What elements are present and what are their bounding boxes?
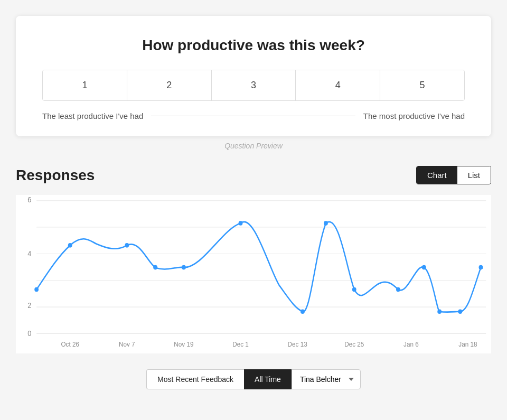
svg-point-18 bbox=[34, 287, 39, 292]
svg-text:Oct 26: Oct 26 bbox=[61, 341, 79, 349]
svg-point-23 bbox=[239, 221, 243, 226]
svg-text:Nov 19: Nov 19 bbox=[174, 341, 193, 349]
svg-text:Dec 1: Dec 1 bbox=[232, 341, 249, 349]
chart-area: 6 4 2 0 Oct 26 Nov 7 Nov 19 Dec 1 Dec 13… bbox=[16, 195, 491, 353]
svg-point-26 bbox=[352, 287, 356, 292]
svg-text:Nov 7: Nov 7 bbox=[119, 341, 135, 349]
svg-point-20 bbox=[125, 243, 129, 248]
scale-btn-3[interactable]: 3 bbox=[212, 70, 296, 100]
most-recent-feedback-button[interactable]: Most Recent Feedback bbox=[146, 369, 244, 389]
scale-btn-5[interactable]: 5 bbox=[380, 70, 464, 100]
list-view-button[interactable]: List bbox=[457, 166, 491, 184]
bottom-controls: Most Recent Feedback All Time Tina Belch… bbox=[146, 369, 361, 389]
scale-buttons: 1 2 3 4 5 bbox=[42, 70, 465, 101]
svg-text:0: 0 bbox=[27, 329, 31, 338]
svg-point-21 bbox=[153, 265, 157, 270]
responses-header: Responses Chart List bbox=[16, 166, 491, 184]
responses-title: Responses bbox=[16, 167, 95, 184]
view-toggle: Chart List bbox=[416, 166, 491, 184]
svg-text:Jan 18: Jan 18 bbox=[458, 341, 477, 349]
svg-point-31 bbox=[479, 265, 483, 270]
scale-line bbox=[151, 116, 355, 116]
chart-view-button[interactable]: Chart bbox=[417, 166, 457, 184]
scale-min-label: The least productive I've had bbox=[42, 111, 143, 120]
scale-btn-2[interactable]: 2 bbox=[127, 70, 212, 100]
chart-svg: 6 4 2 0 Oct 26 Nov 7 Nov 19 Dec 1 Dec 13… bbox=[16, 195, 491, 353]
scale-labels: The least productive I've had The most p… bbox=[42, 111, 465, 120]
question-preview-label: Question Preview bbox=[224, 142, 283, 150]
svg-text:Jan 6: Jan 6 bbox=[403, 341, 419, 349]
svg-point-22 bbox=[182, 265, 186, 270]
svg-point-28 bbox=[422, 265, 426, 270]
scale-btn-4[interactable]: 4 bbox=[296, 70, 380, 100]
svg-point-29 bbox=[437, 309, 442, 314]
responses-section: Responses Chart List 6 4 2 0 Oct 26 Nov … bbox=[16, 166, 491, 353]
question-card: How productive was this week? 1 2 3 4 5 … bbox=[16, 16, 491, 136]
svg-point-30 bbox=[458, 309, 462, 314]
svg-point-19 bbox=[68, 243, 72, 248]
svg-point-27 bbox=[396, 287, 400, 292]
svg-text:2: 2 bbox=[27, 302, 31, 310]
svg-point-25 bbox=[324, 221, 328, 226]
svg-text:Dec 25: Dec 25 bbox=[344, 341, 364, 349]
all-time-button[interactable]: All Time bbox=[244, 369, 292, 389]
person-select[interactable]: Tina Belcher bbox=[292, 369, 361, 389]
scale-max-label: The most productive I've had bbox=[363, 111, 465, 120]
question-title: How productive was this week? bbox=[42, 37, 465, 54]
svg-text:6: 6 bbox=[27, 195, 31, 204]
svg-point-24 bbox=[301, 309, 305, 314]
svg-text:Dec 13: Dec 13 bbox=[288, 341, 307, 349]
svg-text:4: 4 bbox=[27, 249, 32, 258]
scale-btn-1[interactable]: 1 bbox=[43, 70, 127, 100]
